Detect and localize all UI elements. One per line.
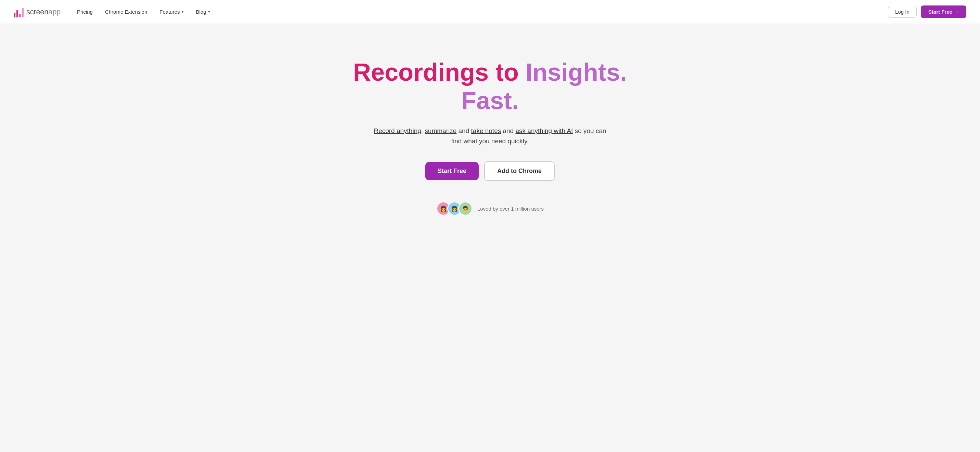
- nav-chrome-extension[interactable]: Chrome Extension: [105, 9, 147, 15]
- avatar-group: 👩 👩 👨: [436, 201, 473, 216]
- nav-actions: Log In Start Free →: [888, 5, 966, 18]
- hero-title-fast: Fast.: [461, 87, 519, 114]
- record-anything-link[interactable]: Record anything: [374, 127, 421, 134]
- add-to-chrome-button[interactable]: Add to Chrome: [484, 162, 555, 181]
- hero-title-insights: Insights.: [526, 59, 627, 86]
- social-proof: 👩 👩 👨 Loved by over 1 million users: [436, 201, 544, 216]
- login-button[interactable]: Log In: [888, 6, 917, 18]
- features-chevron-icon: ▾: [182, 10, 184, 14]
- nav-features[interactable]: Features ▾: [159, 9, 183, 15]
- logo-text-bold: screen: [26, 8, 48, 16]
- nav-pricing[interactable]: Pricing: [77, 9, 93, 15]
- summarize-link[interactable]: summarize: [425, 127, 457, 134]
- hero-subtitle: Record anything, summarize and take note…: [374, 126, 606, 147]
- blog-chevron-icon: ▾: [208, 10, 210, 14]
- logo-link[interactable]: screenapp: [14, 6, 60, 17]
- hero-section: Recordings to Insights. Fast. Record any…: [0, 24, 980, 243]
- start-free-nav-button[interactable]: Start Free →: [921, 5, 966, 18]
- avatar-3: 👨: [458, 201, 473, 216]
- ask-ai-link[interactable]: ask anything with AI: [515, 127, 573, 134]
- nav-links: Pricing Chrome Extension Features ▾ Blog…: [77, 9, 888, 15]
- navbar: screenapp Pricing Chrome Extension Featu…: [0, 0, 980, 24]
- logo-icon: [14, 6, 24, 17]
- logo-text: screenapp: [26, 8, 60, 16]
- logo-bar-2: [16, 10, 18, 17]
- nav-blog[interactable]: Blog ▾: [196, 9, 210, 15]
- logo-bar-3: [19, 14, 21, 17]
- logo-bar-1: [14, 13, 15, 17]
- start-free-hero-button[interactable]: Start Free: [425, 162, 479, 180]
- hero-title: Recordings to Insights. Fast.: [353, 58, 627, 115]
- logo-bar-4: [22, 8, 24, 17]
- hero-title-recordings: Recordings to: [353, 59, 526, 86]
- logo-text-light: app: [48, 8, 60, 16]
- hero-buttons: Start Free Add to Chrome: [425, 162, 555, 181]
- social-proof-text: Loved by over 1 million users: [477, 206, 544, 212]
- take-notes-link[interactable]: take notes: [471, 127, 501, 134]
